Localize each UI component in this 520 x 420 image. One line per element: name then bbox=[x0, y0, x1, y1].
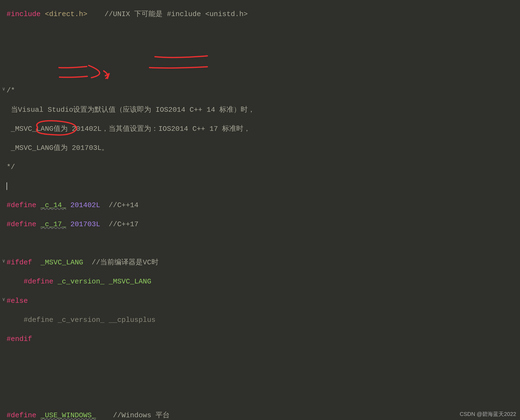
code-line[interactable] bbox=[2, 182, 520, 191]
macro-name: _c_17_ bbox=[41, 220, 66, 228]
code-line-empty[interactable] bbox=[2, 48, 520, 57]
preprocessor-directive: #ifdef bbox=[7, 258, 32, 267]
code-line[interactable]: #include <direct.h> //UNIX 下可能是 #include… bbox=[2, 10, 520, 19]
comment-text: _MSVC_LANG值为 201402L，当其值设置为：IOS2014 C++ … bbox=[11, 125, 251, 133]
code-line[interactable]: _MSVC_LANG值为 201703L。 bbox=[2, 143, 520, 153]
comment: //C++17 bbox=[109, 220, 139, 228]
inactive-macro-value: __cplusplus bbox=[109, 316, 156, 324]
code-line[interactable]: _MSVC_LANG值为 201402L，当其值设置为：IOS2014 C++ … bbox=[2, 124, 520, 134]
preprocessor-directive: #endif bbox=[7, 335, 32, 343]
preprocessor-directive: #define bbox=[7, 411, 36, 419]
comment-block-start: /* bbox=[7, 86, 15, 95]
code-line[interactable]: #endif bbox=[2, 334, 520, 344]
code-line-empty[interactable] bbox=[2, 239, 520, 248]
code-line[interactable]: #define _c_version_ _MSVC_LANG bbox=[2, 277, 520, 286]
watermark-text: CSDN @碧海蓝天2022 bbox=[460, 410, 516, 418]
inactive-preprocessor: #define bbox=[23, 316, 53, 324]
code-line-empty[interactable] bbox=[2, 373, 520, 382]
code-line[interactable]: #define _c_14_ 201402L //C++14 bbox=[2, 201, 520, 210]
header-file: <direct.h> bbox=[45, 10, 87, 18]
code-line-empty[interactable] bbox=[2, 392, 520, 401]
code-editor[interactable]: #include <direct.h> //UNIX 下可能是 #include… bbox=[2, 0, 520, 420]
macro-name: _c_version_ bbox=[58, 277, 104, 286]
comment-text: _MSVC_LANG值为 201703L。 bbox=[11, 144, 109, 152]
comment: //当前编译器是VC时 bbox=[92, 258, 158, 267]
preprocessor-directive: #define bbox=[7, 201, 36, 209]
text-cursor bbox=[7, 182, 7, 190]
code-line-empty[interactable] bbox=[2, 67, 520, 76]
code-line[interactable]: ∨#ifdef _MSVC_LANG //当前编译器是VC时 bbox=[2, 258, 520, 267]
preprocessor-directive: #define bbox=[7, 220, 36, 228]
literal-number: 201703L bbox=[70, 220, 100, 228]
comment: //C++14 bbox=[109, 201, 139, 209]
code-line[interactable]: #define _c_17_ 201703L //C++17 bbox=[2, 220, 520, 229]
code-line-empty[interactable] bbox=[2, 353, 520, 363]
preprocessor-directive: #else bbox=[7, 297, 28, 305]
macro-name: _MSVC_LANG bbox=[41, 258, 83, 267]
comment: //Windows 平台 bbox=[113, 411, 170, 419]
fold-marker-icon[interactable]: ∨ bbox=[2, 296, 5, 303]
comment-block-end: */ bbox=[7, 163, 15, 171]
literal-number: 201402L bbox=[70, 201, 100, 209]
macro-name: _c_14_ bbox=[41, 201, 66, 209]
code-line[interactable]: */ bbox=[2, 162, 520, 172]
code-line[interactable]: #define _USE_WINDOWS_ //Windows 平台 bbox=[2, 411, 520, 420]
fold-marker-icon[interactable]: ∨ bbox=[2, 86, 5, 92]
preprocessor-directive: #define bbox=[23, 277, 53, 286]
inactive-macro-name: _c_version_ bbox=[58, 316, 104, 324]
preprocessor-directive: #include bbox=[7, 10, 41, 18]
macro-value: _MSVC_LANG bbox=[109, 277, 151, 286]
code-line[interactable]: 当Visual Studio设置为默认值（应该即为 IOS2014 C++ 14… bbox=[2, 105, 520, 115]
code-line-empty[interactable] bbox=[2, 29, 520, 38]
code-line[interactable]: #define _c_version_ __cplusplus bbox=[2, 315, 520, 325]
code-line[interactable]: ∨/* bbox=[2, 86, 520, 95]
code-line[interactable]: ∨#else bbox=[2, 296, 520, 306]
fold-marker-icon[interactable]: ∨ bbox=[2, 258, 5, 264]
macro-name: _USE_WINDOWS_ bbox=[41, 411, 96, 419]
comment-text: 当Visual Studio设置为默认值（应该即为 IOS2014 C++ 14… bbox=[11, 106, 255, 114]
comment: //UNIX 下可能是 #include <unistd.h> bbox=[104, 10, 248, 18]
